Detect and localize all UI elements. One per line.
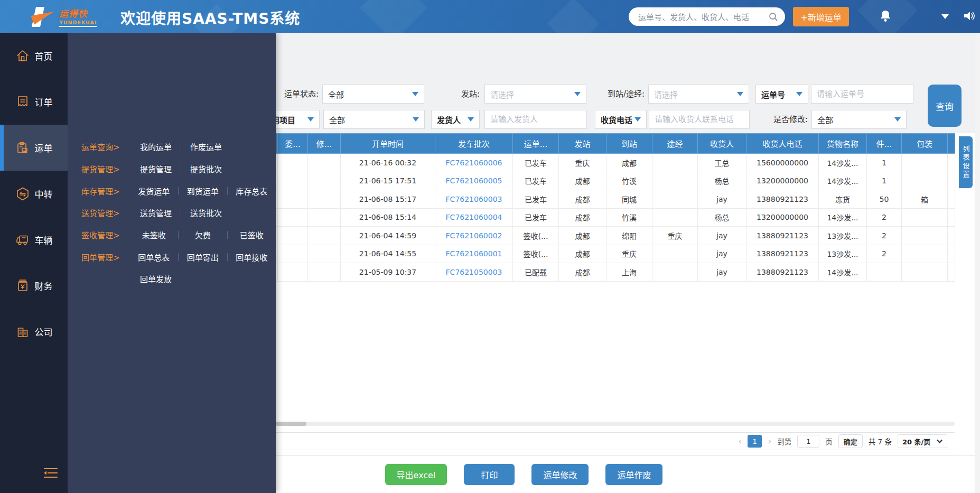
consignee-phone-input[interactable] [649, 110, 750, 129]
goto-page-input[interactable] [797, 435, 819, 448]
caret-down-icon [796, 92, 802, 96]
batch-link[interactable]: FC7621060003 [435, 190, 513, 209]
submenu-group-row: 运单查询>我的运单作废运单 [68, 136, 276, 158]
sidebar-item-3[interactable]: 运单 [0, 125, 68, 171]
waybill-no-input[interactable] [811, 85, 913, 104]
table-row[interactable]: 21-06-16 00:32FC7621060006已发车重庆成都王总15600… [244, 154, 955, 172]
运单作废-button[interactable]: 运单作废 [605, 464, 662, 485]
table-cell: 13200000000 [746, 208, 819, 227]
table-header-cell[interactable]: 收货人 [698, 134, 746, 154]
query-button[interactable]: 查询 [928, 85, 962, 127]
sidebar: 首页 订单 运单 中转 车辆 财务 公司 [0, 33, 68, 493]
submenu-item[interactable]: 已签收 [227, 229, 276, 240]
current-page-button[interactable]: 1 [748, 435, 762, 448]
batch-link[interactable]: FC7621060006 [435, 154, 513, 172]
prev-page-button[interactable]: ‹ [738, 436, 742, 446]
batch-link[interactable]: FC7621050003 [435, 263, 513, 282]
运单修改-button[interactable]: 运单修改 [531, 464, 589, 485]
origin-select[interactable]: 请选择 [484, 85, 586, 104]
horizontal-scrollbar-thumb[interactable] [276, 422, 306, 426]
table-row[interactable]: 21-06-04 14:55FC7621060001签收(...成都重庆jay1… [244, 245, 955, 263]
submenu-item[interactable]: 库存总表 [227, 185, 276, 197]
vertical-scrollbar[interactable] [975, 33, 980, 493]
sidebar-collapse-icon[interactable] [42, 467, 58, 481]
table-header-cell[interactable]: 到站 [606, 134, 652, 154]
list-settings-tab[interactable]: 列表设置 [959, 136, 973, 188]
submenu-item[interactable]: 回单发放 [131, 273, 181, 284]
table-cell: 已发车 [513, 190, 559, 209]
batch-link[interactable]: FC7621060001 [435, 245, 513, 263]
table-header-cell[interactable]: 运单... [513, 134, 559, 154]
caret-down-icon [413, 117, 419, 122]
global-search-input[interactable]: 运单号、发货人、收货人、电话 [629, 7, 785, 26]
table-cell: 竹溪 [606, 172, 652, 190]
table-header-cell[interactable]: 件... [867, 134, 902, 154]
submenu-item[interactable]: 我的运单 [131, 141, 181, 152]
submenu-item[interactable]: 欠费 [179, 229, 227, 240]
horizontal-scrollbar-track[interactable] [276, 422, 955, 426]
batch-link[interactable]: FC7621060004 [435, 208, 513, 227]
table-header-cell[interactable]: 委... [278, 134, 308, 154]
submenu-item[interactable]: 提货批次 [181, 163, 231, 174]
submenu-group-label[interactable]: 运单查询> [81, 141, 131, 152]
batch-link[interactable]: FC7621060005 [435, 172, 513, 190]
table-row[interactable]: 21-06-15 17:51FC7621060005已发车成都竹溪杨总13200… [244, 172, 955, 190]
submenu-group-label[interactable]: 送货管理> [81, 207, 131, 218]
table-header-cell[interactable]: 开单时间 [341, 134, 435, 154]
next-page-button[interactable]: › [768, 436, 771, 446]
sidebar-item-1[interactable]: 首页 [0, 33, 68, 79]
submenu-item[interactable]: 提货管理 [131, 163, 181, 174]
finance-icon [15, 278, 30, 293]
submenu-item[interactable]: 未签收 [130, 229, 179, 240]
speaker-icon[interactable] [962, 8, 976, 23]
sidebar-item-4[interactable]: 中转 [0, 171, 68, 217]
sidebar-item-5[interactable]: 车辆 [0, 217, 68, 263]
table-row[interactable]: 21-06-04 14:59FC7621060002签收(...成都绵阳重庆ja… [244, 227, 955, 245]
sidebar-item-6[interactable]: 财务 [0, 263, 68, 309]
submenu-group-label[interactable]: 签收管理> [81, 229, 130, 240]
table-row[interactable]: 21-06-08 15:14FC7621060004已发车成都竹溪杨总13200… [244, 208, 955, 227]
打印-button[interactable]: 打印 [464, 464, 515, 485]
table-header-cell[interactable]: 包装 [902, 134, 948, 154]
new-waybill-button[interactable]: +新增运单 [793, 7, 849, 26]
submenu-item[interactable]: 回单总表 [130, 252, 179, 263]
submenu-group-label[interactable]: 回单管理> [81, 252, 130, 263]
submenu-item[interactable]: 回单寄出 [179, 252, 227, 263]
submenu-item[interactable]: 送货批次 [181, 207, 231, 218]
table-row[interactable]: 21-06-08 15:17FC7621060003已发车成都同城jay1388… [244, 190, 955, 209]
submenu-group-label[interactable]: 提货管理> [81, 163, 131, 174]
waybill-status-select[interactable]: 全部 [322, 85, 424, 104]
sidebar-item-7[interactable]: 公司 [0, 309, 68, 355]
table-header-cell[interactable]: 修... [308, 134, 341, 154]
table-header-cell[interactable]: 收货人电话 [746, 134, 819, 154]
submenu-item[interactable]: 回单接收 [227, 252, 276, 263]
consignee-phone-type-select[interactable]: 收货电话 [595, 110, 647, 129]
sidebar-item-2[interactable]: 订单 [0, 79, 68, 125]
导出excel-button[interactable]: 导出excel [385, 464, 447, 485]
user-menu-caret-icon[interactable] [941, 14, 949, 19]
table-row[interactable]: 21-05-09 10:37FC7621050003已配载成都上海jay1388… [244, 263, 955, 282]
table-header-cell[interactable]: 发车批次 [435, 134, 513, 154]
table-cell [902, 227, 948, 245]
table-header-cell[interactable]: 途经 [652, 134, 698, 154]
destination-select[interactable]: 请选择 [648, 85, 749, 104]
confirm-page-button[interactable]: 确定 [838, 434, 863, 448]
shipper-input[interactable] [484, 110, 587, 129]
fee-scope-select[interactable]: 全部 [323, 110, 425, 129]
caret-down-icon [468, 117, 474, 122]
bell-icon[interactable] [878, 8, 893, 23]
page-size-select[interactable]: 20 条/页 [898, 434, 947, 448]
submenu-group-label[interactable]: 库存管理> [81, 185, 130, 197]
caret-down-icon [737, 92, 743, 96]
waybill-no-type-select[interactable]: 运单号 [755, 85, 808, 104]
submenu-item[interactable]: 作废运单 [181, 141, 231, 152]
modified-label: 是否修改: [760, 110, 808, 129]
submenu-item[interactable]: 发货运单 [130, 185, 179, 197]
submenu-item[interactable]: 到货运单 [179, 185, 227, 197]
batch-link[interactable]: FC7621060002 [435, 227, 513, 245]
table-header-cell[interactable]: 发站 [559, 134, 606, 154]
submenu-item[interactable]: 送货管理 [131, 207, 181, 218]
table-header-cell[interactable]: 货物名称 [819, 134, 867, 154]
modified-select[interactable]: 全部 [811, 110, 907, 129]
shipper-type-select[interactable]: 发货人 [431, 110, 480, 129]
